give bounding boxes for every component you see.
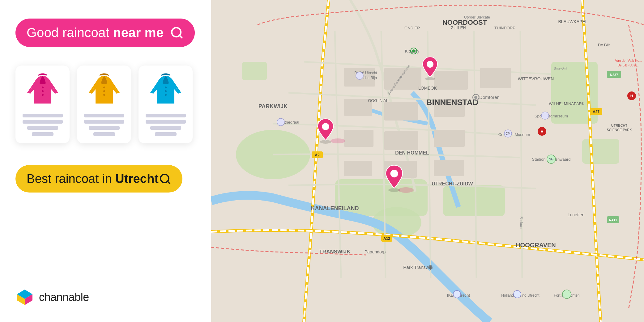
svg-text:H: H [541,129,544,134]
svg-point-4 [42,94,44,96]
svg-text:BLAUWKAPEL: BLAUWKAPEL [558,19,588,24]
svg-point-8 [165,87,167,88]
svg-rect-19 [242,62,267,80]
svg-point-6 [103,90,105,92]
svg-line-12 [168,181,170,183]
svg-text:A27: A27 [593,110,599,114]
svg-rect-24 [480,68,511,88]
svg-rect-31 [344,161,372,176]
map-svg: A2 A27 A12 N237 N411 NOORDOOST BINNENSTA… [211,0,644,322]
svg-point-80 [453,290,461,298]
product-cards [15,66,193,143]
svg-text:ZUILEN: ZUILEN [451,25,466,30]
svg-text:ONDIEP: ONDIEP [404,26,420,30]
skeleton-title-2 [84,114,124,117]
skeleton-price-2 [93,132,115,136]
svg-point-7 [103,94,105,96]
svg-text:A12: A12 [383,236,390,241]
svg-point-103 [390,170,398,177]
svg-text:BINNENSTAD: BINNENSTAD [426,98,479,107]
svg-rect-26 [384,102,418,121]
svg-text:Rijnlaan: Rijnlaan [520,216,523,229]
skeleton-title-1 [23,114,63,117]
svg-point-75 [277,118,284,126]
svg-point-72 [474,96,477,99]
svg-text:Van der Valk Ho...: Van der Valk Ho... [615,59,642,62]
coat-image-yellow [87,72,121,109]
channable-logo-text: channable [39,291,89,304]
svg-text:SG: SG [549,158,554,161]
svg-rect-23 [434,71,468,90]
svg-text:N411: N411 [609,218,617,222]
svg-text:SCIENCE PARK: SCIENCE PARK [607,128,632,132]
map-area: A2 A27 A12 N237 N411 NOORDOOST BINNENSTA… [211,0,644,322]
svg-text:TRANSWIJK: TRANSWIJK [319,249,351,255]
coat-image-pink [26,72,60,109]
left-panel: Good raincoat near me [0,0,210,322]
skeleton-desc-3a [146,120,186,124]
product-card-pink[interactable] [15,66,70,143]
svg-text:KANALENEILAND: KANALENEILAND [311,205,359,211]
skeleton-desc-1b [27,126,58,130]
svg-point-101 [427,61,433,68]
svg-line-1 [180,36,182,38]
svg-text:WILHELMINAPARK: WILHELMINAPARK [549,101,585,106]
svg-text:Park Transwijk: Park Transwijk [403,265,433,270]
svg-rect-30 [434,130,465,147]
skeleton-price-1 [32,132,53,136]
svg-text:De Bilt - Utrec...: De Bilt - Utrec... [618,64,640,67]
skeleton-title-3 [146,114,186,117]
svg-point-5 [103,87,105,88]
svg-text:N237: N237 [610,73,618,77]
svg-text:Lunetten: Lunetten [568,212,585,217]
svg-point-9 [165,90,167,92]
svg-text:H: H [630,94,633,98]
search-bar-yellow[interactable]: Best raincoat in Utrecht [15,165,182,193]
svg-text:Centraal Museum: Centraal Museum [498,132,530,137]
svg-text:UTRECHT-ZUIDW: UTRECHT-ZUIDW [432,181,473,186]
svg-text:PARKWIJK: PARKWIJK [258,103,288,109]
search-icon-yellow [159,173,171,185]
logo-area: channable [15,288,89,307]
map-pin-1[interactable] [421,56,439,80]
svg-text:LOMBOK: LOMBOK [418,86,437,91]
svg-text:Bilse Griff: Bilse Griff [554,67,567,70]
product-card-blue[interactable] [139,66,193,143]
skeleton-desc-2b [89,126,120,130]
svg-point-82 [562,290,571,299]
skeleton-desc-3b [150,126,181,130]
svg-point-70 [412,49,415,53]
svg-point-76 [356,72,363,79]
skeleton-desc-1a [23,120,63,124]
svg-rect-28 [344,130,373,147]
svg-text:DEN HOMMEL: DEN HOMMEL [395,150,429,155]
svg-point-77 [541,112,549,119]
search-bar-pink[interactable]: Good raincoat near me [15,19,195,47]
svg-text:HOOGRAVEN: HOOGRAVEN [516,242,556,248]
svg-point-10 [165,94,167,96]
search-pink-text: Good raincoat near me [27,25,164,40]
svg-text:UTRECHT: UTRECHT [611,124,628,127]
coat-image-blue [149,72,183,109]
map-container: A2 A27 A12 N237 N411 NOORDOOST BINNENSTA… [211,0,644,322]
svg-point-3 [42,90,44,92]
svg-text:Domtoren: Domtoren [479,95,500,100]
skeleton-price-3 [155,132,177,136]
svg-text:OOG IN AL: OOG IN AL [368,98,388,103]
svg-point-102 [322,123,329,130]
svg-text:TUINDORP: TUINDORP [494,26,515,30]
svg-point-81 [514,290,521,298]
svg-rect-18 [582,139,619,164]
svg-text:De Bilt: De Bilt [598,43,610,47]
svg-rect-33 [434,160,464,176]
search-icon-pink [170,26,184,40]
svg-text:WITTEVROUWEN: WITTEVROUWEN [518,76,554,81]
svg-text:Uproer Biercafe: Uproer Biercafe [464,15,490,19]
channable-logo-icon [15,288,34,307]
search-yellow-text: Best raincoat in Utrecht [27,172,159,186]
product-card-yellow[interactable] [77,66,131,143]
svg-text:A2: A2 [315,153,320,157]
svg-text:Papendorp: Papendorp [365,249,386,254]
svg-text:CM: CM [505,132,510,135]
svg-text:Spoorwegmuseum: Spoorwegmuseum [535,114,568,118]
